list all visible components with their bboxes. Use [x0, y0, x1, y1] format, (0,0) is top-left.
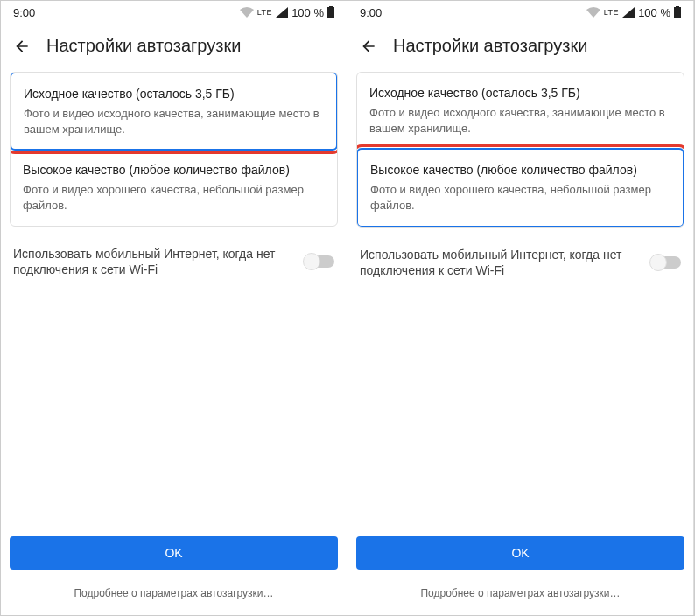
option-original-quality[interactable]: Исходное качество (осталось 3,5 ГБ) Фото… [357, 73, 684, 149]
svg-rect-3 [676, 6, 679, 8]
option-desc: Фото и видео исходного качества, занимаю… [369, 105, 671, 136]
status-right: LTE 100 % [240, 6, 334, 19]
phone-right: 9:00 LTE 100 % Настройки автозагрузки Ис… [348, 1, 694, 615]
footer-link[interactable]: Подробнее о параметрах автозагрузки… [348, 578, 693, 615]
wifi-icon [586, 7, 600, 18]
signal-icon [622, 7, 635, 18]
option-original-quality[interactable]: Исходное качество (осталось 3,5 ГБ) Фото… [10, 72, 338, 150]
status-time: 9:00 [360, 6, 382, 19]
footer-link-text: о параметрах автозагрузки… [131, 587, 273, 599]
footer-link[interactable]: Подробнее о параметрах автозагрузки… [1, 578, 347, 615]
toggle-label: Использовать мобильный Интернет, когда н… [13, 246, 289, 279]
option-high-quality[interactable]: Высокое качество (любое количество файло… [356, 148, 684, 227]
quality-options: Исходное качество (осталось 3,5 ГБ) Фото… [10, 72, 338, 227]
page-title: Настройки автозагрузки [46, 36, 241, 56]
option-desc: Фото и видео исходного качества, занимаю… [24, 106, 324, 136]
svg-rect-1 [329, 6, 333, 8]
ok-button[interactable]: OK [356, 536, 684, 570]
ok-button[interactable]: OK [10, 536, 338, 570]
footer-link-text: о параметрах автозагрузки… [478, 587, 620, 599]
signal-icon [276, 7, 288, 18]
option-title: Исходное качество (осталось 3,5 ГБ) [369, 85, 671, 101]
battery-icon [674, 6, 681, 18]
option-desc: Фото и видео хорошего качества, небольшо… [23, 182, 325, 213]
lte-label: LTE [257, 8, 272, 17]
phone-left: 9:00 LTE 100 % Настройки автозагрузки Ис… [1, 1, 348, 615]
footer-prefix: Подробнее [74, 587, 131, 599]
back-icon[interactable] [360, 38, 377, 55]
battery-percent: 100 % [638, 6, 670, 19]
status-time: 9:00 [13, 6, 35, 19]
mobile-data-switch[interactable] [651, 256, 681, 269]
status-bar: 9:00 LTE 100 % [348, 1, 693, 24]
page-title: Настройки автозагрузки [393, 36, 587, 56]
mobile-data-toggle-row: Использовать мобильный Интернет, когда н… [348, 228, 693, 289]
app-bar: Настройки автозагрузки [348, 24, 693, 72]
status-right: LTE 100 % [586, 6, 681, 19]
svg-rect-2 [674, 7, 681, 18]
option-desc: Фото и видео хорошего качества, небольшо… [370, 182, 670, 213]
mobile-data-toggle-row: Использовать мобильный Интернет, когда н… [1, 227, 347, 288]
option-title: Высокое качество (любое количество файло… [23, 162, 325, 178]
mobile-data-switch[interactable] [305, 256, 334, 268]
battery-percent: 100 % [291, 6, 324, 19]
app-bar: Настройки автозагрузки [1, 24, 347, 72]
lte-label: LTE [604, 8, 619, 17]
footer-prefix: Подробнее [420, 587, 478, 599]
option-title: Высокое качество (любое количество файло… [370, 162, 670, 178]
svg-rect-0 [327, 7, 334, 18]
toggle-label: Использовать мобильный Интернет, когда н… [360, 247, 635, 280]
status-bar: 9:00 LTE 100 % [1, 1, 347, 24]
battery-icon [327, 6, 334, 18]
wifi-icon [240, 7, 254, 18]
back-icon[interactable] [13, 38, 31, 55]
quality-options: Исходное качество (осталось 3,5 ГБ) Фото… [356, 72, 684, 228]
option-high-quality[interactable]: Высокое качество (любое количество файло… [11, 150, 337, 225]
option-title: Исходное качество (осталось 3,5 ГБ) [24, 86, 324, 102]
